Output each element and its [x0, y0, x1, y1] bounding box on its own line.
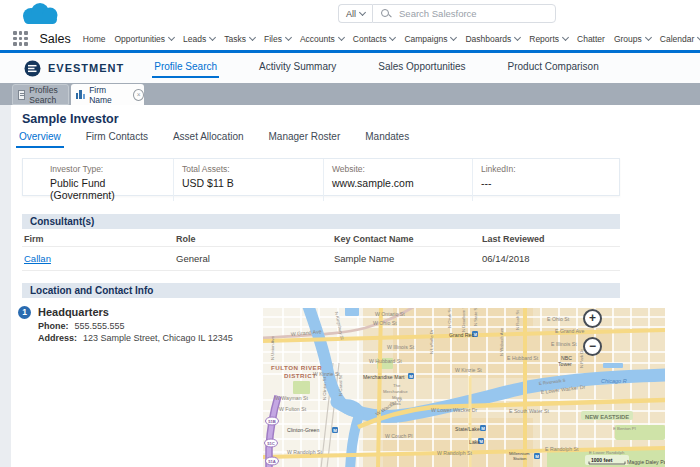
map-label: FULTON RIVER	[271, 364, 322, 371]
nav-item-contacts[interactable]: Contacts	[353, 34, 396, 44]
phone-label: Phone:	[38, 321, 69, 331]
nav-item-leads[interactable]: Leads	[183, 34, 215, 44]
chevron-down-icon	[514, 34, 521, 41]
firm-chart-icon	[76, 90, 85, 99]
map-label: W Randolph St	[287, 449, 322, 455]
map-label: Merchandise Mart	[363, 374, 405, 380]
map-label: E Ohio St	[547, 316, 570, 322]
page-title: Sample Investor	[22, 112, 119, 126]
evestment-logo-icon	[24, 60, 41, 77]
map-zoom-in-button[interactable]: +	[583, 309, 602, 328]
map-label: The	[393, 383, 401, 388]
map-label: W Ontario St	[375, 311, 405, 317]
brand-tab-profile-search[interactable]: Profile Search	[152, 57, 219, 79]
map-label: 1000 feet	[591, 457, 613, 463]
search-input[interactable]	[397, 7, 541, 20]
chevron-down-icon	[389, 34, 396, 41]
tab-mandates[interactable]: Mandates	[362, 129, 412, 148]
map-label: N Union Ave	[270, 336, 275, 360]
map-label: Clinton-Green	[287, 427, 319, 433]
nav-item-tasks[interactable]: Tasks	[224, 34, 255, 44]
nav-item-groups[interactable]: Groups	[614, 34, 651, 44]
nav-item-chatter[interactable]: Chatter	[577, 34, 605, 44]
map-widget[interactable]: MMMMMM51B51C51AW Ontario StW Ohio StE Oh…	[263, 308, 665, 467]
search-scope-button[interactable]: All	[338, 4, 372, 23]
section-header-location: Location and Contact Info	[22, 283, 620, 298]
tab-asset-allocation[interactable]: Asset Allocation	[170, 129, 247, 148]
map-label: W Fulton St	[279, 406, 307, 412]
map-label: NEW EASTSIDE	[585, 414, 629, 420]
location-name: Headquarters	[38, 306, 109, 318]
nav-item-opportunities[interactable]: Opportunities	[114, 34, 174, 44]
tab-firm-contacts[interactable]: Firm Contacts	[83, 129, 151, 148]
svg-text:51C: 51C	[267, 441, 275, 446]
svg-text:51B: 51B	[268, 419, 276, 424]
tab-manager-roster[interactable]: Manager Roster	[266, 129, 344, 148]
svg-text:M: M	[409, 374, 413, 379]
map-label: W Ohio St	[373, 320, 397, 326]
search-icon	[381, 9, 391, 19]
console-tab-firm-name[interactable]: Firm Name ×	[71, 84, 144, 105]
map-label: N Park Dr	[579, 349, 584, 368]
nav-item-dashboards[interactable]: Dashboards	[465, 34, 520, 44]
map-label: Merchandise	[383, 389, 408, 394]
map-label: E Benton Pl	[613, 426, 636, 431]
last-reviewed-cell: 06/14/2018	[480, 253, 620, 264]
chevron-down-icon	[359, 9, 366, 16]
chevron-down-icon	[645, 34, 652, 41]
map-label: N LaSalle Dr	[429, 329, 434, 354]
map-label: W Lower Wacker Dr	[431, 407, 477, 413]
app-nav-bar: Sales Home Opportunities Leads Tasks Fil…	[0, 27, 700, 53]
left-gutter	[0, 105, 11, 467]
map-label: E Grand Ave	[555, 328, 584, 334]
brand-tab-activity-summary[interactable]: Activity Summary	[257, 57, 338, 79]
nav-item-calendar[interactable]: Calendar	[660, 34, 700, 44]
map-label: DISTRICT	[284, 372, 317, 379]
map-label: E Hubbard St	[507, 355, 539, 361]
brand-tab-product-comparison[interactable]: Product Comparison	[506, 57, 601, 79]
app-launcher-icon[interactable]	[13, 31, 28, 46]
nav-item-reports[interactable]: Reports	[529, 34, 568, 44]
consultants-table-header: Firm Role Key Contact Name Last Reviewed	[22, 230, 620, 247]
col-last-reviewed: Last Reviewed	[480, 230, 620, 246]
brand-tab-sales-opportunities[interactable]: Sales Opportunities	[376, 57, 467, 79]
location-address-row: Address:123 Sample Street, Chicago IL 12…	[38, 333, 233, 343]
map-label: Chicago R	[601, 378, 627, 384]
nav-item-campaigns[interactable]: Campaigns	[404, 34, 456, 44]
console-tab-profiles-search[interactable]: Profiles Search	[12, 84, 69, 105]
map-label: State/Lake	[455, 426, 480, 432]
firm-link[interactable]: Callan	[22, 253, 174, 264]
map-label: W Couch Pl	[385, 433, 412, 439]
brand-name: EVESTMENT	[48, 62, 124, 74]
map-label: E Randolph St	[545, 446, 579, 452]
record-content: Sample Investor Overview Firm Contacts A…	[0, 105, 700, 467]
global-search[interactable]	[372, 4, 556, 23]
close-icon[interactable]: ×	[133, 89, 144, 101]
salesforce-window: All Sales Home Opportunities Leads Tasks…	[0, 0, 700, 467]
key-contact-cell: Sample Name	[332, 253, 480, 264]
tab-overview[interactable]: Overview	[16, 129, 64, 148]
field-linkedin: LinkedIn: ---	[472, 159, 619, 201]
map-zoom-out-button[interactable]: −	[583, 337, 602, 356]
address-value: 123 Sample Street, Chicago IL 12345	[83, 333, 233, 343]
map-canvas[interactable]: MMMMMM51B51C51AW Ontario StW Ohio StE Oh…	[263, 308, 665, 467]
chevron-down-icon	[249, 34, 256, 41]
location-marker-badge: 1	[18, 306, 31, 319]
map-label: W Kinzie St	[455, 367, 482, 373]
field-website: Website: www.sample.com	[323, 159, 472, 201]
map-label: W Kinzie St	[313, 371, 340, 377]
nav-item-files[interactable]: Files	[264, 34, 291, 44]
console-tab-strip: Profiles Search Firm Name ×	[0, 83, 700, 105]
map-label: E Illinois St	[551, 341, 577, 347]
svg-text:51A: 51A	[268, 459, 276, 464]
app-name: Sales	[40, 32, 71, 46]
map-label: W Wayman St	[275, 395, 309, 401]
map-label: N Clark St	[447, 308, 452, 328]
nav-item-home[interactable]: Home	[83, 34, 106, 44]
map-label: N Wabash Ave	[499, 327, 504, 356]
map-label: W Hubbard St	[369, 358, 402, 364]
role-cell: General	[174, 253, 332, 264]
map-label: E South Water St	[509, 408, 549, 414]
nav-item-accounts[interactable]: Accounts	[300, 34, 344, 44]
chevron-down-icon	[338, 34, 345, 41]
